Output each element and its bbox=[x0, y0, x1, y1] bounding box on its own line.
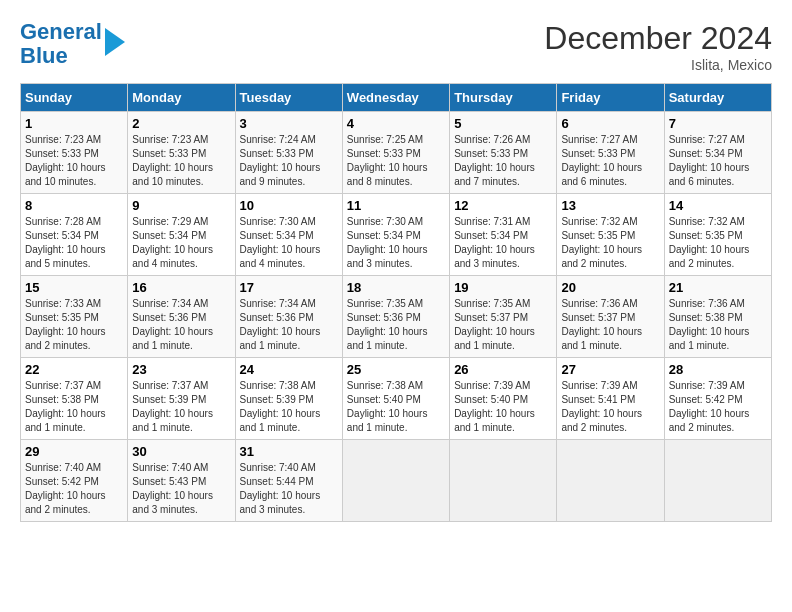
day-number: 15 bbox=[25, 280, 123, 295]
day-number: 30 bbox=[132, 444, 230, 459]
day-number: 12 bbox=[454, 198, 552, 213]
day-info: Sunrise: 7:39 AMSunset: 5:42 PMDaylight:… bbox=[669, 379, 767, 435]
calendar-cell: 29Sunrise: 7:40 AMSunset: 5:42 PMDayligh… bbox=[21, 440, 128, 522]
logo-line2: Blue bbox=[20, 43, 68, 68]
day-info: Sunrise: 7:30 AMSunset: 5:34 PMDaylight:… bbox=[240, 215, 338, 271]
day-info: Sunrise: 7:40 AMSunset: 5:44 PMDaylight:… bbox=[240, 461, 338, 517]
day-number: 17 bbox=[240, 280, 338, 295]
calendar-cell: 28Sunrise: 7:39 AMSunset: 5:42 PMDayligh… bbox=[664, 358, 771, 440]
day-number: 20 bbox=[561, 280, 659, 295]
calendar-cell: 15Sunrise: 7:33 AMSunset: 5:35 PMDayligh… bbox=[21, 276, 128, 358]
calendar-cell: 7Sunrise: 7:27 AMSunset: 5:34 PMDaylight… bbox=[664, 112, 771, 194]
calendar-cell bbox=[450, 440, 557, 522]
day-info: Sunrise: 7:29 AMSunset: 5:34 PMDaylight:… bbox=[132, 215, 230, 271]
calendar-cell: 26Sunrise: 7:39 AMSunset: 5:40 PMDayligh… bbox=[450, 358, 557, 440]
day-info: Sunrise: 7:39 AMSunset: 5:40 PMDaylight:… bbox=[454, 379, 552, 435]
calendar-subtitle: Islita, Mexico bbox=[544, 57, 772, 73]
calendar-week-2: 8Sunrise: 7:28 AMSunset: 5:34 PMDaylight… bbox=[21, 194, 772, 276]
day-info: Sunrise: 7:35 AMSunset: 5:37 PMDaylight:… bbox=[454, 297, 552, 353]
day-info: Sunrise: 7:35 AMSunset: 5:36 PMDaylight:… bbox=[347, 297, 445, 353]
day-number: 8 bbox=[25, 198, 123, 213]
day-number: 7 bbox=[669, 116, 767, 131]
calendar-cell: 8Sunrise: 7:28 AMSunset: 5:34 PMDaylight… bbox=[21, 194, 128, 276]
calendar-header-row: SundayMondayTuesdayWednesdayThursdayFrid… bbox=[21, 84, 772, 112]
calendar-cell: 22Sunrise: 7:37 AMSunset: 5:38 PMDayligh… bbox=[21, 358, 128, 440]
calendar-cell: 13Sunrise: 7:32 AMSunset: 5:35 PMDayligh… bbox=[557, 194, 664, 276]
day-number: 18 bbox=[347, 280, 445, 295]
calendar-cell: 17Sunrise: 7:34 AMSunset: 5:36 PMDayligh… bbox=[235, 276, 342, 358]
day-number: 5 bbox=[454, 116, 552, 131]
day-info: Sunrise: 7:33 AMSunset: 5:35 PMDaylight:… bbox=[25, 297, 123, 353]
calendar-week-3: 15Sunrise: 7:33 AMSunset: 5:35 PMDayligh… bbox=[21, 276, 772, 358]
day-number: 27 bbox=[561, 362, 659, 377]
calendar-cell: 19Sunrise: 7:35 AMSunset: 5:37 PMDayligh… bbox=[450, 276, 557, 358]
day-info: Sunrise: 7:34 AMSunset: 5:36 PMDaylight:… bbox=[132, 297, 230, 353]
calendar-cell: 18Sunrise: 7:35 AMSunset: 5:36 PMDayligh… bbox=[342, 276, 449, 358]
day-number: 1 bbox=[25, 116, 123, 131]
logo: General Blue bbox=[20, 20, 125, 68]
calendar-title: December 2024 bbox=[544, 20, 772, 57]
day-number: 13 bbox=[561, 198, 659, 213]
day-info: Sunrise: 7:24 AMSunset: 5:33 PMDaylight:… bbox=[240, 133, 338, 189]
calendar-cell: 1Sunrise: 7:23 AMSunset: 5:33 PMDaylight… bbox=[21, 112, 128, 194]
day-info: Sunrise: 7:23 AMSunset: 5:33 PMDaylight:… bbox=[132, 133, 230, 189]
day-number: 28 bbox=[669, 362, 767, 377]
day-info: Sunrise: 7:40 AMSunset: 5:42 PMDaylight:… bbox=[25, 461, 123, 517]
day-number: 29 bbox=[25, 444, 123, 459]
day-number: 11 bbox=[347, 198, 445, 213]
calendar-cell: 31Sunrise: 7:40 AMSunset: 5:44 PMDayligh… bbox=[235, 440, 342, 522]
day-info: Sunrise: 7:31 AMSunset: 5:34 PMDaylight:… bbox=[454, 215, 552, 271]
calendar-table: SundayMondayTuesdayWednesdayThursdayFrid… bbox=[20, 83, 772, 522]
day-info: Sunrise: 7:37 AMSunset: 5:39 PMDaylight:… bbox=[132, 379, 230, 435]
day-number: 10 bbox=[240, 198, 338, 213]
day-info: Sunrise: 7:28 AMSunset: 5:34 PMDaylight:… bbox=[25, 215, 123, 271]
calendar-cell: 24Sunrise: 7:38 AMSunset: 5:39 PMDayligh… bbox=[235, 358, 342, 440]
calendar-cell: 25Sunrise: 7:38 AMSunset: 5:40 PMDayligh… bbox=[342, 358, 449, 440]
day-info: Sunrise: 7:25 AMSunset: 5:33 PMDaylight:… bbox=[347, 133, 445, 189]
day-info: Sunrise: 7:34 AMSunset: 5:36 PMDaylight:… bbox=[240, 297, 338, 353]
calendar-cell: 10Sunrise: 7:30 AMSunset: 5:34 PMDayligh… bbox=[235, 194, 342, 276]
day-number: 26 bbox=[454, 362, 552, 377]
day-number: 6 bbox=[561, 116, 659, 131]
calendar-cell: 3Sunrise: 7:24 AMSunset: 5:33 PMDaylight… bbox=[235, 112, 342, 194]
weekday-header-sunday: Sunday bbox=[21, 84, 128, 112]
day-number: 19 bbox=[454, 280, 552, 295]
calendar-cell: 14Sunrise: 7:32 AMSunset: 5:35 PMDayligh… bbox=[664, 194, 771, 276]
day-number: 31 bbox=[240, 444, 338, 459]
calendar-cell: 12Sunrise: 7:31 AMSunset: 5:34 PMDayligh… bbox=[450, 194, 557, 276]
calendar-week-4: 22Sunrise: 7:37 AMSunset: 5:38 PMDayligh… bbox=[21, 358, 772, 440]
calendar-cell: 20Sunrise: 7:36 AMSunset: 5:37 PMDayligh… bbox=[557, 276, 664, 358]
calendar-week-1: 1Sunrise: 7:23 AMSunset: 5:33 PMDaylight… bbox=[21, 112, 772, 194]
calendar-cell: 23Sunrise: 7:37 AMSunset: 5:39 PMDayligh… bbox=[128, 358, 235, 440]
day-info: Sunrise: 7:32 AMSunset: 5:35 PMDaylight:… bbox=[669, 215, 767, 271]
calendar-cell bbox=[557, 440, 664, 522]
day-info: Sunrise: 7:26 AMSunset: 5:33 PMDaylight:… bbox=[454, 133, 552, 189]
calendar-cell: 21Sunrise: 7:36 AMSunset: 5:38 PMDayligh… bbox=[664, 276, 771, 358]
day-info: Sunrise: 7:30 AMSunset: 5:34 PMDaylight:… bbox=[347, 215, 445, 271]
day-info: Sunrise: 7:39 AMSunset: 5:41 PMDaylight:… bbox=[561, 379, 659, 435]
day-number: 2 bbox=[132, 116, 230, 131]
day-info: Sunrise: 7:36 AMSunset: 5:38 PMDaylight:… bbox=[669, 297, 767, 353]
weekday-header-monday: Monday bbox=[128, 84, 235, 112]
day-number: 3 bbox=[240, 116, 338, 131]
calendar-week-5: 29Sunrise: 7:40 AMSunset: 5:42 PMDayligh… bbox=[21, 440, 772, 522]
day-number: 16 bbox=[132, 280, 230, 295]
day-info: Sunrise: 7:27 AMSunset: 5:34 PMDaylight:… bbox=[669, 133, 767, 189]
weekday-header-saturday: Saturday bbox=[664, 84, 771, 112]
page-header: General Blue December 2024 Islita, Mexic… bbox=[20, 20, 772, 73]
calendar-cell bbox=[342, 440, 449, 522]
calendar-body: 1Sunrise: 7:23 AMSunset: 5:33 PMDaylight… bbox=[21, 112, 772, 522]
day-number: 23 bbox=[132, 362, 230, 377]
day-number: 24 bbox=[240, 362, 338, 377]
day-info: Sunrise: 7:32 AMSunset: 5:35 PMDaylight:… bbox=[561, 215, 659, 271]
day-number: 25 bbox=[347, 362, 445, 377]
day-number: 21 bbox=[669, 280, 767, 295]
calendar-cell: 11Sunrise: 7:30 AMSunset: 5:34 PMDayligh… bbox=[342, 194, 449, 276]
day-info: Sunrise: 7:23 AMSunset: 5:33 PMDaylight:… bbox=[25, 133, 123, 189]
weekday-header-tuesday: Tuesday bbox=[235, 84, 342, 112]
day-number: 14 bbox=[669, 198, 767, 213]
calendar-cell: 4Sunrise: 7:25 AMSunset: 5:33 PMDaylight… bbox=[342, 112, 449, 194]
weekday-header-thursday: Thursday bbox=[450, 84, 557, 112]
day-info: Sunrise: 7:38 AMSunset: 5:40 PMDaylight:… bbox=[347, 379, 445, 435]
calendar-cell bbox=[664, 440, 771, 522]
